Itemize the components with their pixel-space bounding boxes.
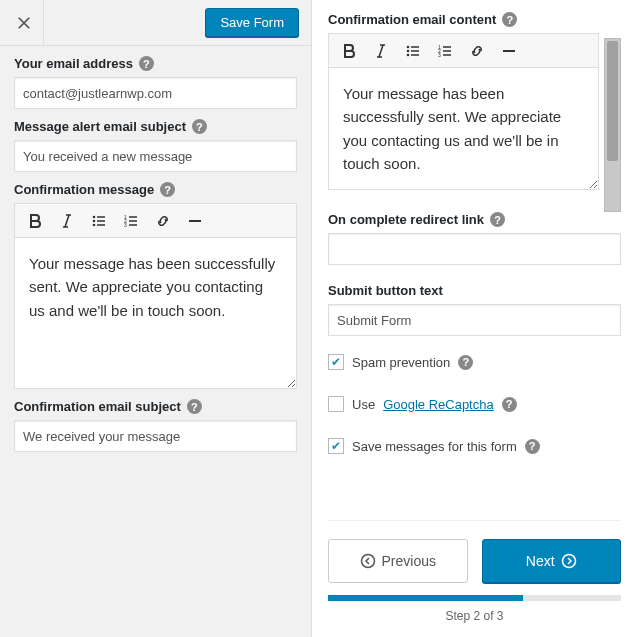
svg-point-0 bbox=[93, 215, 96, 218]
submit-button-text-label: Submit button text bbox=[328, 283, 621, 298]
scrollbar-thumb[interactable] bbox=[607, 41, 618, 161]
alert-subject-label: Message alert email subject ? bbox=[14, 119, 297, 134]
svg-point-1 bbox=[93, 219, 96, 222]
ul-button[interactable] bbox=[85, 208, 113, 234]
help-icon[interactable]: ? bbox=[192, 119, 207, 134]
ol-button[interactable]: 123 bbox=[431, 38, 459, 64]
link-button[interactable] bbox=[463, 38, 491, 64]
recaptcha-label-prefix: Use bbox=[352, 397, 375, 412]
alert-subject-input[interactable] bbox=[14, 140, 297, 172]
confirmation-email-subject-label: Confirmation email subject ? bbox=[14, 399, 297, 414]
confirmation-message-editor: 123 Your message has been successfully s… bbox=[14, 203, 297, 389]
spam-prevention-label: Spam prevention bbox=[352, 355, 450, 370]
editor-toolbar: 123 bbox=[329, 34, 598, 68]
hr-button[interactable] bbox=[495, 38, 523, 64]
help-icon[interactable]: ? bbox=[458, 355, 473, 370]
svg-point-7 bbox=[407, 49, 410, 52]
spam-prevention-checkbox[interactable] bbox=[328, 354, 344, 370]
hr-icon bbox=[501, 43, 517, 59]
email-address-input[interactable] bbox=[14, 77, 297, 109]
recaptcha-row[interactable]: Use Google ReCaptcha ? bbox=[328, 396, 621, 412]
hr-icon bbox=[187, 213, 203, 229]
list-ul-icon bbox=[91, 213, 107, 229]
help-icon[interactable]: ? bbox=[490, 212, 505, 227]
scrollbar[interactable] bbox=[604, 38, 621, 212]
italic-button[interactable] bbox=[53, 208, 81, 234]
confirmation-email-content-textarea[interactable]: Your message has been successfully sent.… bbox=[329, 68, 598, 189]
help-icon[interactable]: ? bbox=[160, 182, 175, 197]
list-ul-icon bbox=[405, 43, 421, 59]
redirect-link-input[interactable] bbox=[328, 233, 621, 265]
help-icon[interactable]: ? bbox=[525, 439, 540, 454]
svg-text:3: 3 bbox=[438, 52, 441, 58]
bold-icon bbox=[27, 213, 43, 229]
link-icon bbox=[469, 43, 485, 59]
editor-toolbar: 123 bbox=[15, 204, 296, 238]
svg-point-8 bbox=[407, 53, 410, 56]
google-recaptcha-link[interactable]: Google ReCaptcha bbox=[383, 397, 494, 412]
right-panel: Confirmation email content ? 123 Your me… bbox=[312, 0, 637, 637]
save-form-button[interactable]: Save Form bbox=[205, 8, 299, 37]
list-ol-icon: 123 bbox=[437, 43, 453, 59]
ul-button[interactable] bbox=[399, 38, 427, 64]
wizard-footer: Previous Next Step 2 of 3 bbox=[312, 520, 637, 637]
progress-fill bbox=[328, 595, 523, 601]
spam-prevention-row[interactable]: Spam prevention ? bbox=[328, 354, 621, 370]
svg-point-6 bbox=[407, 45, 410, 48]
bold-icon bbox=[341, 43, 357, 59]
save-messages-label: Save messages for this form bbox=[352, 439, 517, 454]
left-panel: Save Form Your email address ? Message a… bbox=[0, 0, 312, 637]
italic-button[interactable] bbox=[367, 38, 395, 64]
confirmation-email-content-editor: 123 Your message has been successfully s… bbox=[328, 33, 599, 190]
confirmation-message-label: Confirmation message ? bbox=[14, 182, 297, 197]
arrow-left-circle-icon bbox=[360, 553, 376, 569]
save-messages-checkbox[interactable] bbox=[328, 438, 344, 454]
left-topbar: Save Form bbox=[0, 0, 311, 46]
save-messages-row[interactable]: Save messages for this form ? bbox=[328, 438, 621, 454]
help-icon[interactable]: ? bbox=[502, 12, 517, 27]
confirmation-email-content-label: Confirmation email content ? bbox=[328, 12, 621, 27]
confirmation-message-textarea[interactable]: Your message has been successfully sent.… bbox=[15, 238, 296, 388]
bold-button[interactable] bbox=[21, 208, 49, 234]
help-icon[interactable]: ? bbox=[502, 397, 517, 412]
next-button[interactable]: Next bbox=[482, 539, 622, 583]
arrow-right-circle-icon bbox=[561, 553, 577, 569]
previous-label: Previous bbox=[382, 553, 436, 569]
bold-button[interactable] bbox=[335, 38, 363, 64]
svg-point-12 bbox=[361, 555, 374, 568]
svg-point-13 bbox=[562, 555, 575, 568]
link-button[interactable] bbox=[149, 208, 177, 234]
previous-button[interactable]: Previous bbox=[328, 539, 468, 583]
progress-bar bbox=[328, 595, 621, 601]
italic-icon bbox=[59, 213, 75, 229]
step-indicator: Step 2 of 3 bbox=[328, 609, 621, 623]
hr-button[interactable] bbox=[181, 208, 209, 234]
italic-icon bbox=[373, 43, 389, 59]
ol-button[interactable]: 123 bbox=[117, 208, 145, 234]
recaptcha-checkbox[interactable] bbox=[328, 396, 344, 412]
help-icon[interactable]: ? bbox=[187, 399, 202, 414]
confirmation-email-subject-input[interactable] bbox=[14, 420, 297, 452]
email-address-label: Your email address ? bbox=[14, 56, 297, 71]
link-icon bbox=[155, 213, 171, 229]
svg-text:3: 3 bbox=[124, 222, 127, 228]
close-button[interactable] bbox=[0, 0, 44, 46]
close-icon bbox=[17, 16, 31, 30]
help-icon[interactable]: ? bbox=[139, 56, 154, 71]
redirect-link-label: On complete redirect link ? bbox=[328, 212, 621, 227]
list-ol-icon: 123 bbox=[123, 213, 139, 229]
submit-button-text-input[interactable] bbox=[328, 304, 621, 336]
next-label: Next bbox=[526, 553, 555, 569]
svg-point-2 bbox=[93, 223, 96, 226]
